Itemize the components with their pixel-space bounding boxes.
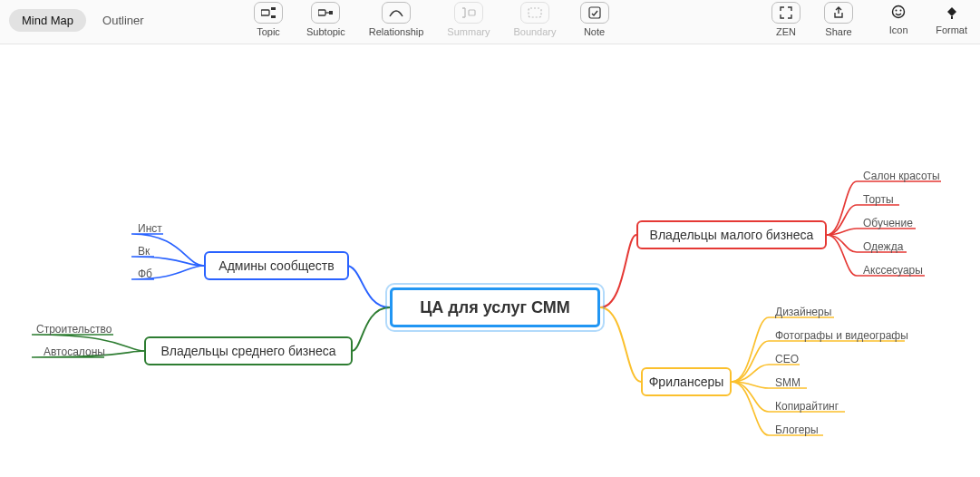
tool-group-right: ZEN Share [771,2,853,37]
summary-label: Summary [447,26,490,37]
note-button[interactable]: Note [580,2,609,37]
leaf-admins-2[interactable]: Фб [138,268,152,280]
branch-small-biz[interactable]: Владельцы малого бизнеса [636,220,827,249]
leaf-freelance-0[interactable]: Дизайнеры [775,306,831,318]
zen-button[interactable]: ZEN [771,2,800,37]
icon-button[interactable]: Icon [885,2,912,35]
view-toggle: Mind Map Outliner [9,9,157,32]
leaf-smallbiz-0[interactable]: Салон красоты [863,170,940,182]
summary-button: Summary [447,2,490,37]
topic-label: Topic [257,26,280,37]
subtopic-button[interactable]: Subtopic [306,2,345,37]
format-button[interactable]: Format [936,2,967,35]
leaf-freelance-2[interactable]: CEO [775,353,799,365]
svg-rect-5 [329,11,333,15]
topic-button[interactable]: Topic [254,2,283,37]
svg-rect-3 [318,10,325,15]
leaf-freelance-4[interactable]: Копирайтинг [775,400,839,413]
format-label: Format [936,24,967,35]
mindmap-canvas[interactable]: ЦА для услуг СММ Админы сообществ Владел… [0,44,980,477]
icon-label: Icon [889,24,908,35]
share-button[interactable]: Share [824,2,853,37]
svg-rect-2 [271,15,276,18]
view-outliner[interactable]: Outliner [90,9,157,32]
svg-point-10 [896,10,898,12]
tool-group-format: Icon Format [885,2,967,35]
relationship-icon [382,2,411,24]
share-icon [824,2,853,24]
leaf-smallbiz-2[interactable]: Обучение [863,217,913,229]
leaf-smallbiz-1[interactable]: Торты [863,193,894,206]
leaf-freelance-1[interactable]: Фотографы и видеографы [775,329,908,342]
relationship-label: Relationship [369,26,424,37]
paint-icon [938,2,965,22]
smiley-icon [885,2,912,22]
svg-point-9 [893,6,905,18]
boundary-button: Boundary [513,2,556,37]
view-mindmap[interactable]: Mind Map [9,9,86,32]
svg-rect-7 [529,8,541,17]
leaf-admins-0[interactable]: Инст [138,222,162,235]
zen-label: ZEN [776,26,796,37]
svg-point-11 [900,10,902,12]
boundary-label: Boundary [513,26,556,37]
leaf-smallbiz-4[interactable]: Акссесуары [863,264,923,277]
share-label: Share [825,26,851,37]
branch-mid-biz[interactable]: Владельцы среднего бизнеса [144,336,353,365]
note-icon [580,2,609,24]
subtopic-label: Subtopic [306,26,345,37]
svg-rect-0 [261,10,269,15]
leaf-admins-1[interactable]: Вк [138,245,150,258]
boundary-icon [520,2,549,24]
note-label: Note [584,26,605,37]
svg-rect-6 [469,10,475,15]
toolbar: Mind Map Outliner Topic Subtopic Relatio… [0,0,980,44]
svg-rect-1 [271,7,276,10]
leaf-midbiz-1[interactable]: Автосалоны [44,346,105,358]
relationship-button[interactable]: Relationship [369,2,424,37]
leaf-freelance-5[interactable]: Блогеры [775,423,819,436]
leaf-freelance-3[interactable]: SMM [775,376,800,389]
summary-icon [454,2,483,24]
leaf-smallbiz-3[interactable]: Одежда [863,240,903,253]
subtopic-icon [311,2,340,24]
branch-admins[interactable]: Админы сообществ [204,251,349,280]
tool-group-main: Topic Subtopic Relationship Summary Boun… [254,2,609,37]
leaf-midbiz-0[interactable]: Строительство [36,323,112,336]
topic-icon [254,2,283,24]
zen-icon [771,2,800,24]
svg-rect-8 [589,7,600,18]
branch-freelance[interactable]: Фрилансеры [641,367,732,396]
central-topic[interactable]: ЦА для услуг СММ [390,287,600,327]
